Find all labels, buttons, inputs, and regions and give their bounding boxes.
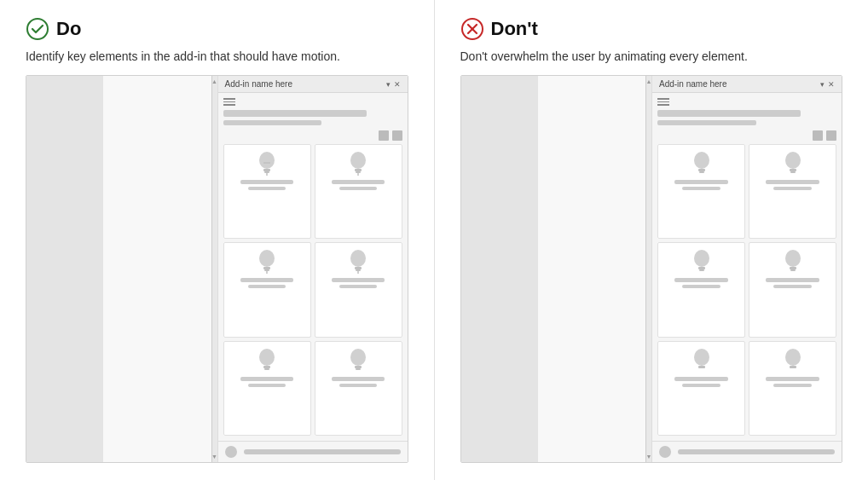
svg-rect-28	[698, 169, 705, 171]
dont-text-wide	[657, 110, 801, 117]
do-toolbar	[223, 130, 402, 141]
do-addin-titlebar: Add-in name here ▾ ✕	[218, 76, 408, 93]
do-card-2-bulb	[346, 150, 370, 177]
dont-close-btn[interactable]: ✕	[828, 80, 835, 89]
dont-card-4	[749, 242, 836, 337]
do-header: Do	[26, 17, 408, 41]
dont-card-2	[749, 144, 836, 239]
do-card-5	[223, 341, 311, 436]
dont-card-6	[749, 341, 836, 436]
do-card-1	[223, 144, 311, 239]
do-card-3-line1	[240, 278, 293, 282]
do-card-5-line2	[248, 384, 286, 387]
svg-rect-20	[264, 368, 269, 370]
svg-point-0	[27, 19, 48, 39]
svg-rect-23	[356, 368, 361, 370]
dont-menu-icon	[657, 98, 669, 107]
svg-rect-40	[698, 366, 705, 368]
dont-card-4-line2	[773, 285, 812, 288]
do-card-6-bulb	[346, 347, 370, 374]
do-description: Identify key elements in the add-in that…	[26, 49, 408, 63]
svg-point-39	[694, 349, 709, 366]
dont-card-5	[657, 341, 745, 436]
do-card-1-line2	[248, 187, 286, 190]
do-text-wide	[223, 110, 367, 117]
dont-toolbar	[657, 130, 836, 141]
do-card-3-line2	[248, 285, 286, 288]
dont-card-2-bulb	[781, 150, 805, 177]
do-addin-bottom	[218, 441, 408, 462]
dont-addin-titlebar: Add-in name here ▾ ✕	[652, 76, 842, 93]
svg-rect-7	[355, 169, 362, 171]
dont-cards-grid	[657, 144, 836, 436]
dont-mockup-window: ▲ ▼ Add-in name here ▾ ✕	[460, 75, 843, 463]
svg-rect-2	[263, 169, 270, 171]
dont-card-1	[657, 144, 745, 239]
svg-rect-37	[790, 267, 796, 269]
do-card-3	[223, 242, 311, 337]
dont-addin-panel: Add-in name here ▾ ✕	[651, 76, 842, 462]
dont-card-5-bulb	[690, 347, 714, 374]
do-addin-content	[218, 93, 408, 441]
dont-card-1-line2	[682, 187, 720, 190]
dont-card-3-line2	[682, 285, 720, 288]
do-menu-icon	[223, 98, 235, 107]
do-card-4-line2	[339, 285, 378, 288]
x-circle-icon	[460, 17, 484, 41]
do-bottom-bar	[244, 449, 401, 454]
do-card-4-line1	[332, 278, 385, 282]
do-card-2	[315, 144, 402, 239]
svg-rect-19	[263, 366, 270, 368]
do-card-2-line1	[332, 180, 385, 184]
dont-card-6-line2	[773, 384, 812, 387]
do-card-6-line1	[332, 377, 385, 381]
svg-rect-16	[356, 269, 361, 271]
do-card-5-bulb	[255, 347, 279, 374]
svg-point-33	[694, 250, 709, 267]
dont-card-3	[657, 242, 745, 337]
svg-point-1	[259, 152, 275, 169]
dont-card-2-line1	[766, 180, 819, 184]
svg-rect-22	[355, 366, 362, 368]
dont-description: Don't overwhelm the user by animating ev…	[460, 49, 843, 63]
do-card-6-line2	[339, 384, 378, 387]
svg-point-21	[350, 349, 366, 366]
do-bg-left	[26, 76, 103, 462]
svg-point-14	[350, 250, 366, 267]
svg-point-41	[785, 349, 801, 366]
svg-rect-38	[790, 269, 796, 271]
do-mockup-window: ▲ ▼ Add-in name here ▾ ✕	[26, 75, 408, 463]
dont-minimize-btn[interactable]: ▾	[820, 80, 825, 89]
do-card-6	[315, 341, 402, 436]
dont-text-narrow	[657, 120, 756, 125]
do-toolbar-grid-icon	[392, 130, 402, 141]
dont-card-1-bulb	[690, 150, 714, 177]
do-card-3-bulb	[255, 248, 279, 275]
dont-addin-controls: ▾ ✕	[820, 80, 835, 89]
svg-point-30	[785, 152, 801, 169]
do-bottom-circle	[225, 446, 237, 458]
svg-rect-11	[263, 267, 270, 269]
dont-bottom-circle	[659, 446, 671, 458]
svg-rect-31	[790, 169, 796, 171]
dont-addin-title-text: Add-in name here	[659, 79, 727, 89]
do-close-btn[interactable]: ✕	[394, 80, 401, 89]
svg-point-10	[259, 250, 275, 267]
dont-toolbar-grid-icon	[826, 130, 836, 141]
svg-rect-3	[264, 171, 269, 173]
dont-card-2-line2	[773, 187, 812, 190]
svg-rect-15	[355, 267, 362, 269]
dont-addin-bottom	[652, 441, 842, 462]
do-card-4	[315, 242, 402, 337]
dont-card-6-bulb	[781, 347, 805, 374]
dont-header: Don't	[460, 17, 843, 41]
dont-toolbar-list-icon	[813, 130, 823, 141]
svg-rect-35	[699, 269, 704, 271]
check-circle-icon	[26, 17, 49, 41]
svg-rect-8	[356, 171, 361, 173]
dont-card-5-line2	[682, 384, 720, 387]
dont-panel: Don't Don't overwhelm the user by animat…	[435, 0, 869, 480]
do-card-2-line2	[339, 187, 378, 190]
do-minimize-btn[interactable]: ▾	[386, 80, 391, 89]
dont-title: Don't	[491, 18, 538, 40]
